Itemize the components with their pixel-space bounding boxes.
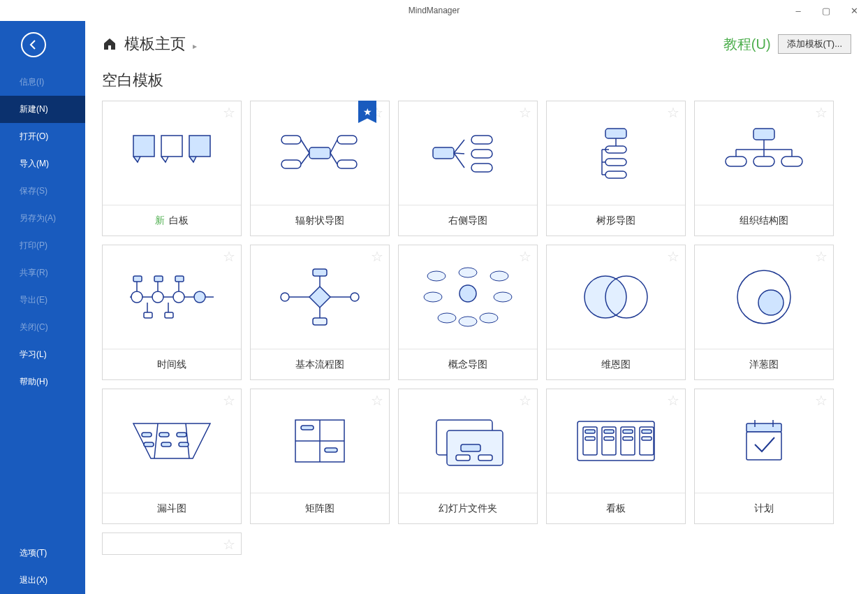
- sidebar-item-11[interactable]: 帮助(H): [0, 368, 85, 396]
- svg-rect-75: [161, 442, 171, 447]
- favorite-icon[interactable]: ☆: [815, 106, 827, 119]
- template-title: 看板: [547, 493, 685, 523]
- template-thumbnail: ☆: [695, 245, 833, 349]
- template-title: 矩阵图: [251, 493, 389, 523]
- favorite-icon[interactable]: ☆: [519, 393, 531, 407]
- favorite-icon[interactable]: ☆: [223, 537, 235, 551]
- svg-point-62: [438, 313, 456, 323]
- template-card-radial[interactable]: ☆ ★ 辐射状导图: [250, 101, 390, 236]
- svg-rect-50: [313, 318, 327, 325]
- minimize-button[interactable]: –: [784, 0, 812, 21]
- svg-rect-19: [605, 171, 626, 178]
- svg-line-15: [454, 153, 464, 168]
- svg-rect-28: [781, 157, 802, 166]
- content-header: 模板主页 ▸ 教程(U) 添加模板(T)...: [85, 21, 868, 64]
- favorite-icon[interactable]: ☆: [815, 393, 827, 407]
- app-title: MindManager: [409, 6, 459, 15]
- sidebar-item-6[interactable]: 打印(P): [0, 232, 85, 259]
- svg-rect-40: [154, 276, 163, 282]
- template-card-right-map[interactable]: ☆ 右侧导图: [398, 101, 538, 236]
- svg-rect-90: [585, 430, 595, 433]
- svg-rect-72: [142, 433, 152, 437]
- svg-rect-12: [471, 164, 492, 172]
- sidebar-item-9[interactable]: 关闭(C): [0, 314, 85, 341]
- svg-rect-86: [456, 455, 470, 461]
- maximize-button[interactable]: ▢: [812, 0, 840, 21]
- template-scroll-area[interactable]: 空白模板 ☆ 新白板 ☆ ★ 辐射状导图 ☆ 右侧导图 ☆ 树形导图 ☆: [85, 64, 868, 594]
- favorite-icon[interactable]: ☆: [223, 249, 235, 263]
- favorite-icon[interactable]: ☆: [223, 106, 235, 119]
- favorite-icon[interactable]: ☆: [223, 393, 235, 407]
- svg-rect-94: [604, 437, 614, 440]
- home-icon[interactable]: [102, 37, 117, 51]
- template-card[interactable]: ☆: [102, 533, 242, 555]
- sidebar-item-2[interactable]: 打开(O): [0, 123, 85, 150]
- svg-point-65: [459, 317, 477, 326]
- favorite-icon[interactable]: ☆: [667, 106, 679, 119]
- sidebar-item-5[interactable]: 另存为(A): [0, 205, 85, 232]
- template-thumbnail: ☆: [103, 245, 241, 349]
- template-card-plan[interactable]: ☆ 计划: [694, 389, 834, 524]
- sidebar-item-3[interactable]: 导入(M): [0, 150, 85, 178]
- template-card-flowchart[interactable]: ☆ 基本流程图: [250, 245, 390, 380]
- close-button[interactable]: ✕: [840, 0, 868, 21]
- favorite-icon[interactable]: ☆: [815, 249, 827, 263]
- template-card-onion[interactable]: ☆ 洋葱图: [694, 245, 834, 380]
- breadcrumb[interactable]: 模板主页 ▸: [124, 34, 197, 55]
- favorite-icon[interactable]: ☆: [519, 106, 531, 119]
- sidebar-item-4[interactable]: 保存(S): [0, 178, 85, 205]
- back-arrow-icon: [21, 32, 46, 57]
- template-thumbnail: ☆: [547, 389, 685, 493]
- template-title: 漏斗图: [103, 493, 241, 523]
- template-card-slides[interactable]: ☆ 幻灯片文件夹: [398, 389, 538, 524]
- template-card-timeline[interactable]: ☆ 时间线: [102, 245, 242, 380]
- template-card-kanban[interactable]: ☆ 看板: [546, 389, 686, 524]
- add-templates-button[interactable]: 添加模板(T)...: [778, 34, 851, 54]
- sidebar-item-1[interactable]: 新建(N): [0, 96, 85, 123]
- svg-line-7: [330, 140, 337, 153]
- template-title: 新白板: [103, 205, 241, 236]
- svg-rect-91: [585, 437, 595, 440]
- svg-point-51: [281, 293, 289, 301]
- template-thumbnail: ☆: [547, 245, 685, 349]
- svg-point-57: [459, 285, 476, 302]
- favorite-icon[interactable]: ☆: [371, 393, 383, 407]
- svg-rect-3: [337, 136, 357, 144]
- breadcrumb-label: 模板主页: [124, 35, 186, 52]
- svg-point-63: [480, 313, 498, 323]
- template-thumbnail: ☆: [251, 389, 389, 493]
- svg-point-69: [758, 290, 784, 315]
- template-thumbnail: ☆: [695, 101, 833, 205]
- template-thumbnail: ☆: [399, 245, 537, 349]
- svg-point-36: [152, 291, 163, 303]
- tutorials-link[interactable]: 教程(U): [723, 35, 771, 54]
- sidebar-item-0[interactable]: 信息(I): [0, 68, 85, 96]
- template-thumbnail: ☆: [103, 101, 241, 205]
- favorite-icon[interactable]: ☆: [371, 249, 383, 263]
- svg-rect-39: [133, 276, 142, 282]
- svg-rect-11: [471, 150, 492, 158]
- back-button[interactable]: [0, 21, 85, 68]
- template-card-funnel[interactable]: ☆ 漏斗图: [102, 389, 242, 524]
- favorite-icon[interactable]: ☆: [667, 393, 679, 407]
- favorite-icon[interactable]: ☆: [667, 249, 679, 263]
- template-card-whiteboard[interactable]: ☆ 新白板: [102, 101, 242, 236]
- template-title: 维恩图: [547, 349, 685, 379]
- favorite-icon[interactable]: ☆: [519, 249, 531, 263]
- template-title: 幻灯片文件夹: [399, 493, 537, 523]
- sidebar-footer-item-0[interactable]: 选项(T): [0, 539, 85, 567]
- sidebar-item-7[interactable]: 共享(R): [0, 259, 85, 287]
- sidebar: 信息(I)新建(N)打开(O)导入(M)保存(S)另存为(A)打印(P)共享(R…: [0, 21, 85, 594]
- svg-rect-42: [144, 312, 152, 318]
- sidebar-item-8[interactable]: 导出(E): [0, 287, 85, 314]
- template-card-tree[interactable]: ☆ 树形导图: [546, 101, 686, 236]
- sidebar-item-10[interactable]: 学习(L): [0, 341, 85, 368]
- sidebar-footer-item-1[interactable]: 退出(X): [0, 567, 85, 594]
- template-card-venn[interactable]: ☆ 维恩图: [546, 245, 686, 380]
- template-card-matrix[interactable]: ☆ 矩阵图: [250, 389, 390, 524]
- template-card-concept[interactable]: ☆ 概念导图: [398, 245, 538, 380]
- svg-rect-1: [281, 136, 301, 144]
- template-title: 右侧导图: [399, 205, 537, 236]
- template-card-org[interactable]: ☆ 组织结构图: [694, 101, 834, 236]
- svg-line-14: [454, 153, 464, 154]
